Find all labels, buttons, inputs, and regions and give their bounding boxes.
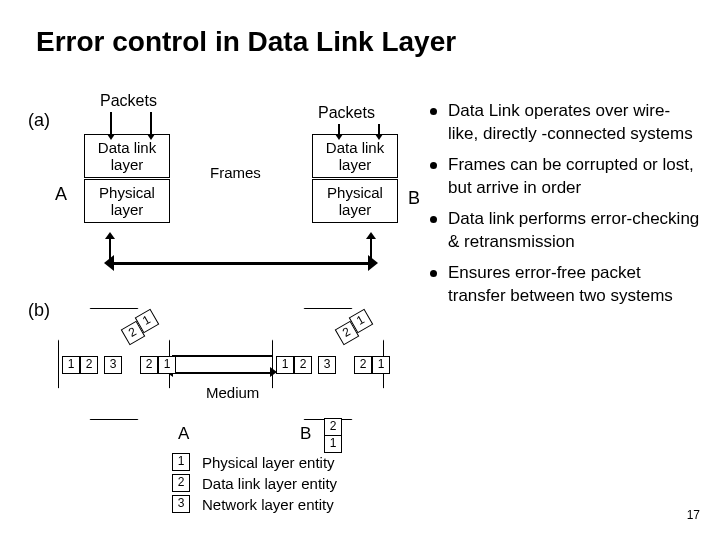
medium-line-icon	[172, 372, 272, 374]
arrowhead-icon	[105, 232, 115, 239]
stack-a: Data link layer Physical layer	[84, 134, 170, 223]
arrowhead-icon	[368, 255, 378, 271]
arrowhead-icon	[107, 134, 115, 140]
physical-a: Physical layer	[84, 179, 170, 223]
node-b-label: B	[408, 188, 420, 209]
arrowhead-icon	[335, 134, 343, 140]
entity-stack: 2 1	[324, 418, 342, 451]
entity-box-3: 3	[104, 356, 122, 374]
octagon-a-label: A	[178, 424, 189, 444]
bullet-1: Data Link operates over wire-like, direc…	[430, 100, 700, 146]
arrowhead-icon	[147, 134, 155, 140]
bullet-4: Ensures error-free packet transfer betwe…	[430, 262, 700, 308]
entity-box-2: 2	[324, 418, 342, 436]
entity-box-2: 2	[80, 356, 98, 374]
entity-box-2: 2	[354, 356, 372, 374]
bullet-2: Frames can be corrupted or lost, but arr…	[430, 154, 700, 200]
entity-box-1: 1	[158, 356, 176, 374]
legend-row-1: 1 Physical layer entity	[172, 453, 337, 471]
double-arrow-icon	[112, 262, 370, 265]
legend-row-2: 2 Data link layer entity	[172, 474, 337, 492]
legend: 1 Physical layer entity 2 Data link laye…	[172, 450, 337, 516]
arrowhead-icon	[366, 232, 376, 239]
page-number: 17	[687, 508, 700, 522]
legend-text-3: Network layer entity	[202, 496, 334, 513]
frames-label: Frames	[210, 164, 261, 181]
datalink-b: Data link layer	[312, 134, 398, 178]
stack-b: Data link layer Physical layer	[312, 134, 398, 223]
arrowhead-icon	[104, 255, 114, 271]
entity-box-1: 1	[276, 356, 294, 374]
legend-box-2: 2	[172, 474, 190, 492]
legend-box-1: 1	[172, 453, 190, 471]
packets-label-right: Packets	[318, 104, 375, 122]
entity-box-2: 2	[294, 356, 312, 374]
entity-box-1: 1	[62, 356, 80, 374]
datalink-a: Data link layer	[84, 134, 170, 178]
arrow-down-icon	[110, 112, 112, 136]
entity-box-2: 2	[140, 356, 158, 374]
bullet-3: Data link performs error-checking & retr…	[430, 208, 700, 254]
packets-label-left: Packets	[100, 92, 157, 110]
node-a-label: A	[55, 184, 67, 205]
legend-row-3: 3 Network layer entity	[172, 495, 337, 513]
bullet-list: Data Link operates over wire-like, direc…	[430, 100, 700, 316]
arrowhead-icon	[375, 134, 383, 140]
medium-line-icon	[172, 355, 272, 357]
legend-text-1: Physical layer entity	[202, 454, 335, 471]
slide-title: Error control in Data Link Layer	[0, 0, 720, 58]
arrow-down-icon	[150, 112, 152, 136]
entity-box-3: 3	[318, 356, 336, 374]
medium-label: Medium	[206, 384, 259, 401]
panel-a-label: (a)	[28, 110, 50, 131]
octagon-b-label: B	[300, 424, 311, 444]
legend-box-3: 3	[172, 495, 190, 513]
panel-b-label: (b)	[28, 300, 50, 321]
legend-text-2: Data link layer entity	[202, 475, 337, 492]
physical-b: Physical layer	[312, 179, 398, 223]
entity-box-1: 1	[372, 356, 390, 374]
